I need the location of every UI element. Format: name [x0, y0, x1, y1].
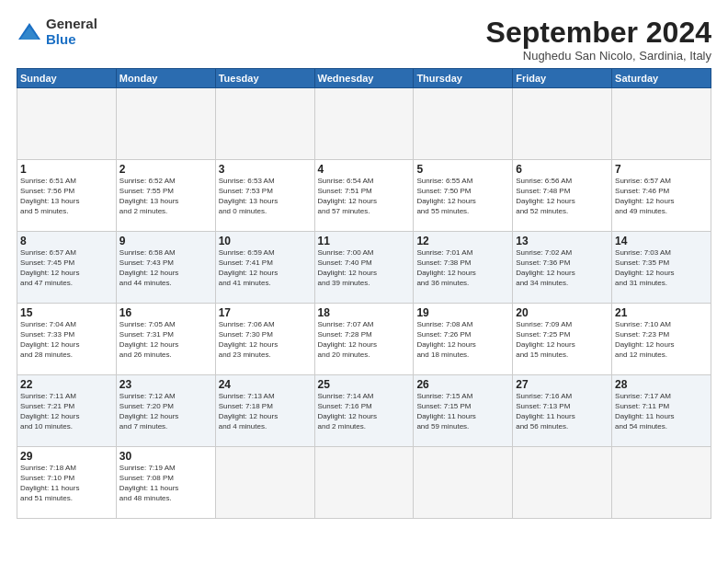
- table-row: 5Sunrise: 6:55 AM Sunset: 7:50 PM Daylig…: [414, 160, 513, 232]
- col-thursday: Thursday: [414, 69, 513, 88]
- day-number: 24: [219, 378, 312, 391]
- day-number: 2: [119, 163, 212, 176]
- table-row: [215, 88, 314, 160]
- day-number: 19: [416, 306, 509, 319]
- table-row: 13Sunrise: 7:02 AM Sunset: 7:36 PM Dayli…: [513, 232, 612, 304]
- day-info: Sunrise: 6:53 AM Sunset: 7:53 PM Dayligh…: [219, 177, 312, 216]
- day-number: 21: [615, 306, 708, 319]
- day-number: 26: [416, 378, 509, 391]
- logo-icon: [17, 19, 42, 45]
- table-row: 16Sunrise: 7:05 AM Sunset: 7:31 PM Dayli…: [116, 304, 215, 375]
- table-row: 2Sunrise: 6:52 AM Sunset: 7:55 PM Daylig…: [116, 160, 215, 232]
- table-row: 15Sunrise: 7:04 AM Sunset: 7:33 PM Dayli…: [17, 304, 117, 375]
- calendar-subtitle: Nughedu San Nicolo, Sardinia, Italy: [486, 49, 711, 63]
- table-row: 3Sunrise: 6:53 AM Sunset: 7:53 PM Daylig…: [215, 160, 314, 232]
- day-number: 17: [219, 306, 312, 319]
- day-number: 9: [119, 235, 212, 247]
- day-info: Sunrise: 6:52 AM Sunset: 7:55 PM Dayligh…: [119, 177, 212, 216]
- day-info: Sunrise: 6:59 AM Sunset: 7:41 PM Dayligh…: [219, 248, 312, 288]
- day-number: 10: [219, 235, 312, 247]
- table-row: [314, 88, 414, 160]
- logo-blue-text: Blue: [46, 32, 97, 48]
- table-row: 1Sunrise: 6:51 AM Sunset: 7:56 PM Daylig…: [17, 160, 117, 232]
- day-number: 22: [20, 378, 113, 391]
- table-row: 7Sunrise: 6:57 AM Sunset: 7:46 PM Daylig…: [612, 160, 711, 232]
- day-info: Sunrise: 7:13 AM Sunset: 7:18 PM Dayligh…: [219, 392, 312, 431]
- day-number: 28: [615, 378, 708, 391]
- col-sunday: Sunday: [17, 69, 117, 88]
- day-info: Sunrise: 7:06 AM Sunset: 7:30 PM Dayligh…: [219, 320, 312, 360]
- table-row: [116, 88, 215, 160]
- day-info: Sunrise: 6:51 AM Sunset: 7:56 PM Dayligh…: [20, 177, 113, 216]
- day-number: 1: [20, 163, 113, 176]
- table-row: 19Sunrise: 7:08 AM Sunset: 7:26 PM Dayli…: [414, 304, 513, 375]
- logo-text: General Blue: [46, 17, 97, 47]
- calendar-title: September 2024: [486, 17, 711, 49]
- day-number: 11: [318, 235, 411, 247]
- day-info: Sunrise: 7:03 AM Sunset: 7:35 PM Dayligh…: [615, 248, 708, 288]
- col-wednesday: Wednesday: [314, 69, 414, 88]
- logo-general-text: General: [46, 17, 97, 32]
- table-row: [414, 88, 513, 160]
- day-number: 12: [416, 235, 509, 247]
- table-row: 24Sunrise: 7:13 AM Sunset: 7:18 PM Dayli…: [215, 375, 314, 447]
- day-info: Sunrise: 7:08 AM Sunset: 7:26 PM Dayligh…: [416, 320, 509, 360]
- logo: General Blue: [17, 17, 97, 47]
- table-row: 21Sunrise: 7:10 AM Sunset: 7:23 PM Dayli…: [612, 304, 711, 375]
- day-info: Sunrise: 6:58 AM Sunset: 7:43 PM Dayligh…: [119, 248, 212, 288]
- table-row: [513, 447, 612, 519]
- day-info: Sunrise: 7:09 AM Sunset: 7:25 PM Dayligh…: [516, 320, 609, 360]
- table-row: [513, 88, 612, 160]
- day-number: 6: [516, 163, 609, 176]
- calendar-table: Sunday Monday Tuesday Wednesday Thursday…: [17, 68, 711, 519]
- table-row: 4Sunrise: 6:54 AM Sunset: 7:51 PM Daylig…: [314, 160, 414, 232]
- table-row: 23Sunrise: 7:12 AM Sunset: 7:20 PM Dayli…: [116, 375, 215, 447]
- table-row: [215, 447, 314, 519]
- table-row: 27Sunrise: 7:16 AM Sunset: 7:13 PM Dayli…: [513, 375, 612, 447]
- day-number: 23: [119, 378, 212, 391]
- table-row: 14Sunrise: 7:03 AM Sunset: 7:35 PM Dayli…: [612, 232, 711, 304]
- day-info: Sunrise: 7:10 AM Sunset: 7:23 PM Dayligh…: [615, 320, 708, 360]
- table-row: [414, 447, 513, 519]
- table-row: 12Sunrise: 7:01 AM Sunset: 7:38 PM Dayli…: [414, 232, 513, 304]
- day-info: Sunrise: 6:55 AM Sunset: 7:50 PM Dayligh…: [416, 177, 509, 216]
- col-tuesday: Tuesday: [215, 69, 314, 88]
- day-info: Sunrise: 6:57 AM Sunset: 7:45 PM Dayligh…: [20, 248, 113, 288]
- day-number: 25: [318, 378, 411, 391]
- day-number: 8: [20, 235, 113, 247]
- table-row: [612, 88, 711, 160]
- table-row: 17Sunrise: 7:06 AM Sunset: 7:30 PM Dayli…: [215, 304, 314, 375]
- day-info: Sunrise: 7:01 AM Sunset: 7:38 PM Dayligh…: [416, 248, 509, 288]
- day-info: Sunrise: 7:12 AM Sunset: 7:20 PM Dayligh…: [119, 392, 212, 431]
- day-info: Sunrise: 7:19 AM Sunset: 7:08 PM Dayligh…: [119, 464, 212, 503]
- table-row: 29Sunrise: 7:18 AM Sunset: 7:10 PM Dayli…: [17, 447, 117, 519]
- day-number: 4: [318, 163, 411, 176]
- header: General Blue September 2024 Nughedu San …: [17, 17, 711, 63]
- day-info: Sunrise: 7:00 AM Sunset: 7:40 PM Dayligh…: [318, 248, 411, 288]
- day-number: 7: [615, 163, 708, 176]
- table-row: 28Sunrise: 7:17 AM Sunset: 7:11 PM Dayli…: [612, 375, 711, 447]
- header-row: Sunday Monday Tuesday Wednesday Thursday…: [17, 69, 711, 88]
- page: General Blue September 2024 Nughedu San …: [0, 0, 728, 563]
- table-row: 25Sunrise: 7:14 AM Sunset: 7:16 PM Dayli…: [314, 375, 414, 447]
- table-row: [17, 88, 117, 160]
- day-info: Sunrise: 7:17 AM Sunset: 7:11 PM Dayligh…: [615, 392, 708, 431]
- table-row: 18Sunrise: 7:07 AM Sunset: 7:28 PM Dayli…: [314, 304, 414, 375]
- day-number: 14: [615, 235, 708, 247]
- table-row: 8Sunrise: 6:57 AM Sunset: 7:45 PM Daylig…: [17, 232, 117, 304]
- table-row: 20Sunrise: 7:09 AM Sunset: 7:25 PM Dayli…: [513, 304, 612, 375]
- day-number: 20: [516, 306, 609, 319]
- day-number: 27: [516, 378, 609, 391]
- day-number: 13: [516, 235, 609, 247]
- col-saturday: Saturday: [612, 69, 711, 88]
- day-info: Sunrise: 7:16 AM Sunset: 7:13 PM Dayligh…: [516, 392, 609, 431]
- table-row: 6Sunrise: 6:56 AM Sunset: 7:48 PM Daylig…: [513, 160, 612, 232]
- day-info: Sunrise: 7:02 AM Sunset: 7:36 PM Dayligh…: [516, 248, 609, 288]
- table-row: 10Sunrise: 6:59 AM Sunset: 7:41 PM Dayli…: [215, 232, 314, 304]
- day-info: Sunrise: 7:07 AM Sunset: 7:28 PM Dayligh…: [318, 320, 411, 360]
- table-row: [612, 447, 711, 519]
- day-info: Sunrise: 7:11 AM Sunset: 7:21 PM Dayligh…: [20, 392, 113, 431]
- day-info: Sunrise: 7:04 AM Sunset: 7:33 PM Dayligh…: [20, 320, 113, 360]
- col-friday: Friday: [513, 69, 612, 88]
- table-row: 11Sunrise: 7:00 AM Sunset: 7:40 PM Dayli…: [314, 232, 414, 304]
